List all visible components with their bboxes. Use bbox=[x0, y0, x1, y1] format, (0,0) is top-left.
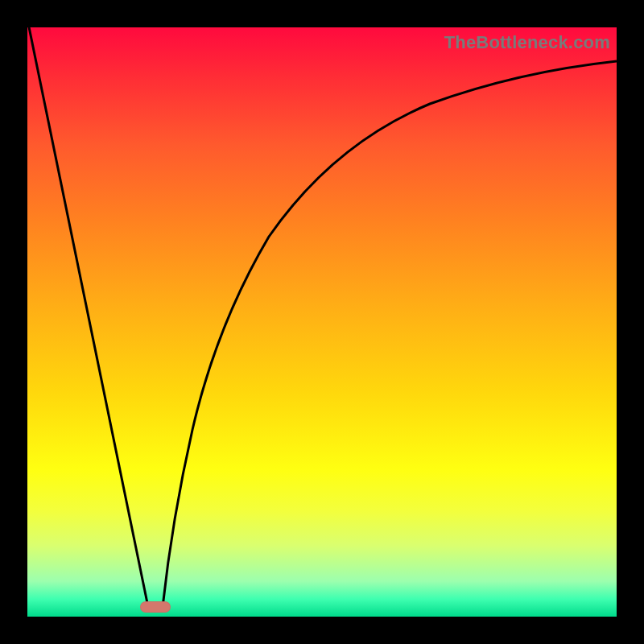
chart-stage: TheBottleneck.com bbox=[0, 0, 644, 644]
curve-layer bbox=[27, 27, 617, 617]
left-line bbox=[27, 27, 148, 607]
plot-area: TheBottleneck.com bbox=[27, 27, 617, 617]
right-curve bbox=[163, 61, 617, 607]
bottleneck-marker bbox=[140, 601, 171, 613]
